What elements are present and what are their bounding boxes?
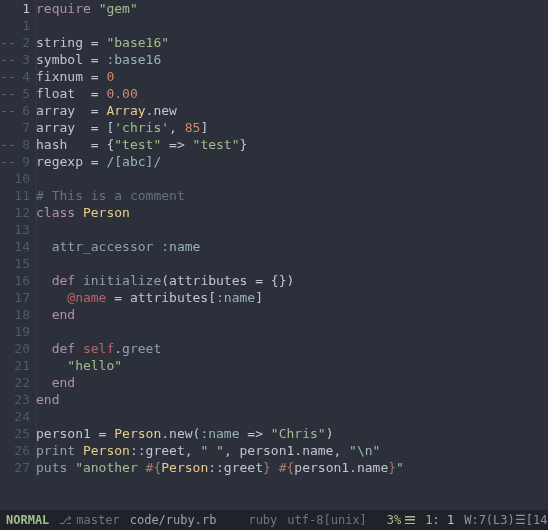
git-branch: ⎇ master	[59, 513, 119, 527]
code-content[interactable]: require "gem"	[36, 0, 548, 17]
code-content[interactable]: end	[36, 306, 548, 323]
code-content[interactable]: print Person::greet, " ", person1.name, …	[36, 442, 548, 459]
code-content[interactable]: "hello"	[36, 357, 548, 374]
code-area[interactable]: 1require "gem"1--2string = "base16"--3sy…	[0, 0, 548, 510]
code-line[interactable]: 23end	[0, 391, 548, 408]
line-number: 13	[0, 221, 36, 238]
code-line[interactable]: --3symbol = :base16	[0, 51, 548, 68]
encoding: utf-8[unix]	[287, 513, 366, 527]
code-line[interactable]: --5float = 0.00	[0, 85, 548, 102]
line-number: 16	[0, 272, 36, 289]
code-line[interactable]: 11# This is a comment	[0, 187, 548, 204]
code-line[interactable]: 25person1 = Person.new(:name => "Chris")	[0, 425, 548, 442]
line-number: --4	[0, 68, 36, 85]
line-number: --3	[0, 51, 36, 68]
code-content[interactable]: class Person	[36, 204, 548, 221]
code-content[interactable]: person1 = Person.new(:name => "Chris")	[36, 425, 548, 442]
line-number: 1	[0, 17, 36, 34]
code-content[interactable]	[36, 255, 548, 272]
code-content[interactable]: array = ['chris', 85]	[36, 119, 548, 136]
line-number: 23	[0, 391, 36, 408]
cursor-position: 1: 1	[425, 513, 454, 527]
code-content[interactable]	[36, 323, 548, 340]
branch-name: master	[76, 513, 119, 527]
code-content[interactable]: # This is a comment	[36, 187, 548, 204]
editor-window: 1require "gem"1--2string = "base16"--3sy…	[0, 0, 548, 530]
branch-icon: ⎇	[59, 514, 72, 527]
fold-marker: --	[0, 51, 16, 68]
code-content[interactable]: end	[36, 374, 548, 391]
code-line[interactable]: --4fixnum = 0	[0, 68, 548, 85]
code-content[interactable]: hash = {"test" => "test"}	[36, 136, 548, 153]
line-number: --6	[0, 102, 36, 119]
code-content[interactable]	[36, 17, 548, 34]
fold-marker: --	[0, 34, 16, 51]
line-number: --8	[0, 136, 36, 153]
code-content[interactable]	[36, 408, 548, 425]
code-line[interactable]: 17 @name = attributes[:name]	[0, 289, 548, 306]
line-number: 27	[0, 459, 36, 476]
status-line: NORMAL ⎇ master code/ruby.rb ruby utf-8[…	[0, 510, 548, 530]
filetype: ruby	[248, 513, 277, 527]
code-content[interactable]: def initialize(attributes = {})	[36, 272, 548, 289]
line-number: 10	[0, 170, 36, 187]
line-number: --9	[0, 153, 36, 170]
code-line[interactable]: 22 end	[0, 374, 548, 391]
code-content[interactable]	[36, 221, 548, 238]
line-number: 19	[0, 323, 36, 340]
line-number: 1	[0, 0, 36, 17]
fold-marker: --	[0, 68, 16, 85]
code-line[interactable]: --9regexp = /[abc]/	[0, 153, 548, 170]
line-number: --5	[0, 85, 36, 102]
code-line[interactable]: 27puts "another #{Person::greet} #{perso…	[0, 459, 548, 476]
code-line[interactable]: 12class Person	[0, 204, 548, 221]
scroll-percent: 3%	[387, 513, 415, 527]
line-number: 14	[0, 238, 36, 255]
hamburger-icon	[405, 516, 415, 524]
code-line[interactable]: 1require "gem"	[0, 0, 548, 17]
code-line[interactable]: --8hash = {"test" => "test"}	[0, 136, 548, 153]
mode-indicator: NORMAL	[6, 513, 49, 527]
code-content[interactable]	[36, 170, 548, 187]
code-line[interactable]: --6array = Array.new	[0, 102, 548, 119]
fold-marker: --	[0, 85, 16, 102]
code-line[interactable]: 19	[0, 323, 548, 340]
trailing-warning: W:7(L3)☰[14]tra…	[464, 513, 548, 527]
code-content[interactable]: @name = attributes[:name]	[36, 289, 548, 306]
code-line[interactable]: 15	[0, 255, 548, 272]
fold-marker: --	[0, 102, 16, 119]
line-number: 7	[0, 119, 36, 136]
code-content[interactable]: attr_accessor :name	[36, 238, 548, 255]
code-content[interactable]: string = "base16"	[36, 34, 548, 51]
line-number: 21	[0, 357, 36, 374]
line-number: 24	[0, 408, 36, 425]
line-number: 22	[0, 374, 36, 391]
code-line[interactable]: 7array = ['chris', 85]	[0, 119, 548, 136]
code-line[interactable]: 10	[0, 170, 548, 187]
code-content[interactable]: puts "another #{Person::greet} #{person1…	[36, 459, 548, 476]
code-content[interactable]: fixnum = 0	[36, 68, 548, 85]
code-line[interactable]: --2string = "base16"	[0, 34, 548, 51]
cursor-column-guide	[36, 0, 37, 480]
code-line[interactable]: 1	[0, 17, 548, 34]
code-content[interactable]: end	[36, 391, 548, 408]
code-line[interactable]: 24	[0, 408, 548, 425]
code-content[interactable]: symbol = :base16	[36, 51, 548, 68]
code-content[interactable]: def self.greet	[36, 340, 548, 357]
line-number: 11	[0, 187, 36, 204]
code-line[interactable]: 21 "hello"	[0, 357, 548, 374]
code-line[interactable]: 18 end	[0, 306, 548, 323]
line-number: 15	[0, 255, 36, 272]
file-path: code/ruby.rb	[130, 513, 217, 527]
code-line[interactable]: 13	[0, 221, 548, 238]
code-line[interactable]: 20 def self.greet	[0, 340, 548, 357]
line-number: 18	[0, 306, 36, 323]
code-content[interactable]: regexp = /[abc]/	[36, 153, 548, 170]
code-line[interactable]: 14 attr_accessor :name	[0, 238, 548, 255]
line-number: --2	[0, 34, 36, 51]
code-content[interactable]: array = Array.new	[36, 102, 548, 119]
fold-marker: --	[0, 153, 16, 170]
code-content[interactable]: float = 0.00	[36, 85, 548, 102]
code-line[interactable]: 16 def initialize(attributes = {})	[0, 272, 548, 289]
code-line[interactable]: 26print Person::greet, " ", person1.name…	[0, 442, 548, 459]
